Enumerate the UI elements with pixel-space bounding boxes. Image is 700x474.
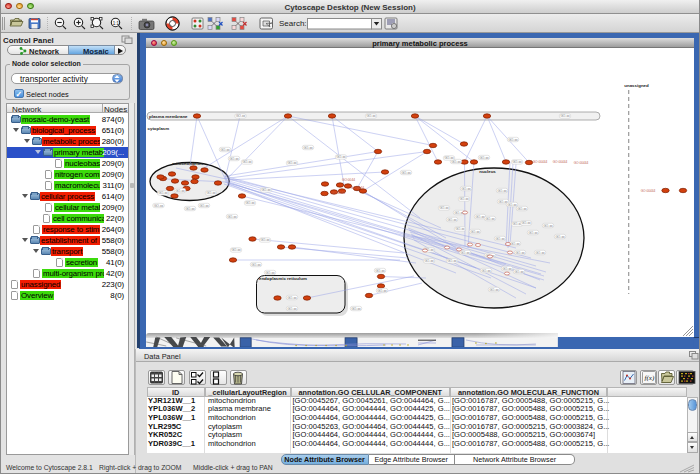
svg-text:GO-xx: GO-xx — [455, 227, 465, 231]
svg-text:GO-xx: GO-xx — [502, 266, 512, 270]
svg-text:Search:: Search: — [279, 19, 307, 28]
svg-text:GO-xx: GO-xx — [287, 295, 297, 299]
svg-text:cytoplasm: cytoplasm — [148, 126, 170, 131]
svg-text:GO-xx: GO-xx — [439, 206, 449, 210]
svg-text:GO-xx: GO-xx — [508, 137, 518, 141]
svg-text:GO-xx: GO-xx — [507, 202, 517, 206]
svg-text:GO-xx: GO-xx — [158, 191, 168, 195]
svg-text:GO-xx: GO-xx — [470, 229, 480, 233]
svg-text:GO-xx: GO-xx — [245, 201, 255, 205]
svg-text:GO-xx: GO-xx — [485, 216, 495, 220]
svg-text:GO-xx: GO-xx — [261, 188, 271, 192]
svg-text:GO-xx: GO-xx — [515, 250, 525, 254]
svg-text:GO-xx: GO-xx — [351, 306, 361, 310]
svg-text:GO-xx: GO-xx — [265, 270, 275, 274]
svg-text:GO-xx: GO-xx — [231, 248, 241, 252]
svg-text:GO:0044: GO:0044 — [342, 178, 355, 182]
svg-text:GO-xx: GO-xx — [517, 206, 527, 210]
svg-text:GO-xx: GO-xx — [375, 268, 385, 272]
svg-text:GO:00444: GO:00444 — [533, 160, 548, 164]
svg-text:GO-xx: GO-xx — [535, 250, 545, 254]
svg-text:GO:0044: GO:0044 — [351, 186, 364, 190]
svg-text:GO-xx: GO-xx — [175, 188, 185, 192]
svg-text:GO-xx: GO-xx — [479, 155, 489, 159]
svg-text:GO-xx: GO-xx — [510, 241, 520, 245]
svg-text:unassigned: unassigned — [624, 82, 649, 87]
svg-text:GO-xx: GO-xx — [227, 214, 237, 218]
svg-text:GO-xx: GO-xx — [512, 160, 522, 164]
svg-text:GO:00444: GO:00444 — [641, 188, 656, 192]
svg-text:GO-xx: GO-xx — [460, 250, 470, 254]
svg-text:plasma membrane: plasma membrane — [149, 113, 188, 118]
svg-text:GO-xx: GO-xx — [287, 306, 297, 310]
svg-text:GO-xx: GO-xx — [185, 206, 195, 210]
svg-text:GO-xx: GO-xx — [555, 234, 565, 238]
svg-text:GO-xx: GO-xx — [401, 170, 411, 174]
svg-text:GO-xx: GO-xx — [366, 114, 376, 118]
svg-text:GO-xx: GO-xx — [447, 259, 457, 263]
svg-text:GO-xx: GO-xx — [514, 269, 524, 273]
svg-text:GO-xx: GO-xx — [260, 238, 270, 242]
svg-text:GO-xx: GO-xx — [481, 268, 491, 272]
svg-text:GO:00444: GO:00444 — [574, 161, 589, 165]
svg-text:1:1: 1:1 — [113, 21, 120, 26]
svg-text:nucleus: nucleus — [479, 169, 496, 174]
svg-text:GO-xx: GO-xx — [199, 203, 209, 207]
svg-text:GO-xx: GO-xx — [528, 230, 538, 234]
svg-text:GO-xx: GO-xx — [543, 223, 553, 227]
svg-text:GO-xx: GO-xx — [495, 236, 505, 240]
svg-text:GO-xx: GO-xx — [377, 288, 387, 292]
svg-text:GO-xx: GO-xx — [489, 287, 499, 291]
svg-text:GO-xx: GO-xx — [154, 203, 164, 207]
svg-text:f(x): f(x) — [644, 374, 654, 382]
svg-text:GO-xx: GO-xx — [461, 186, 471, 190]
svg-text:GO-xx: GO-xx — [229, 156, 239, 160]
svg-text:GO-xx: GO-xx — [336, 155, 346, 159]
svg-text:GO-xx: GO-xx — [424, 259, 434, 263]
svg-text:GO-xx: GO-xx — [236, 114, 246, 118]
svg-text:GO-xx: GO-xx — [497, 188, 507, 192]
svg-text:GO-xx: GO-xx — [206, 191, 216, 195]
svg-text:GO-xx: GO-xx — [287, 161, 297, 165]
svg-text:GO-xx: GO-xx — [220, 147, 230, 151]
svg-text:GO-xx: GO-xx — [444, 156, 454, 160]
svg-text:GO-xx: GO-xx — [242, 160, 252, 164]
svg-text:mitochondrion: mitochondrion — [172, 161, 203, 166]
svg-text:endoplasmic reticulum: endoplasmic reticulum — [259, 275, 307, 280]
svg-text:GO:00444: GO:00444 — [553, 160, 568, 164]
svg-text:GO-xx: GO-xx — [303, 145, 313, 149]
svg-text:GO-xx: GO-xx — [251, 262, 261, 266]
svg-text:GO-xx: GO-xx — [459, 197, 469, 201]
svg-text:GO:0044: GO:0044 — [332, 191, 345, 195]
svg-text:GO-xx: GO-xx — [447, 217, 457, 221]
svg-text:GO-xx: GO-xx — [560, 114, 570, 118]
svg-text:GO-xx: GO-xx — [521, 221, 531, 225]
svg-text:GO-xx: GO-xx — [475, 214, 485, 218]
